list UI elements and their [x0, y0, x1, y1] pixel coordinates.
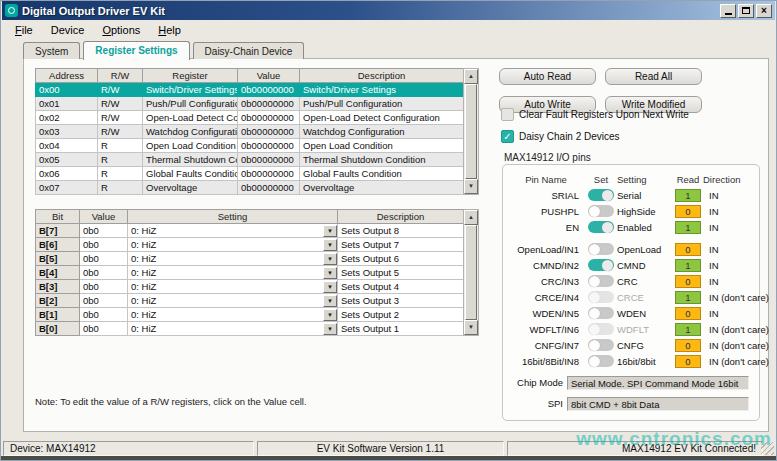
cell-value[interactable]: 0b0: [80, 294, 128, 308]
scroll-thumb[interactable]: [465, 225, 477, 320]
checkbox-clear-fault-registers-upon-next-write[interactable]: [501, 108, 514, 121]
cell-rw: R: [98, 181, 143, 195]
chevron-down-icon[interactable]: ▼: [323, 225, 337, 237]
cell-value[interactable]: 0b0: [80, 280, 128, 294]
cell-value[interactable]: 0b00000000: [238, 181, 300, 195]
toggle-knob-icon: [589, 340, 600, 351]
cell-value[interactable]: 0b0: [80, 322, 128, 336]
column-header-address[interactable]: Address: [36, 69, 98, 83]
cell-value[interactable]: 0b00000000: [238, 167, 300, 181]
cell-value[interactable]: 0b0: [80, 252, 128, 266]
register-row-0x06[interactable]: 0x06RGlobal Faults Condition0b00000000Gl…: [36, 167, 464, 181]
chevron-down-icon[interactable]: ▼: [323, 267, 337, 279]
minimize-button[interactable]: [720, 4, 736, 18]
column-header-bit[interactable]: Bit: [36, 210, 80, 224]
cell-value[interactable]: 0b00000000: [238, 153, 300, 167]
chevron-down-icon[interactable]: ▼: [323, 281, 337, 293]
register-table-scrollbar[interactable]: ▲ ▼: [463, 68, 479, 195]
setting-dropdown[interactable]: 0: HiZ▼: [128, 308, 337, 321]
cell-value[interactable]: 0b0: [80, 238, 128, 252]
scroll-down-button[interactable]: ▼: [464, 179, 478, 194]
cell-description: Sets Output 7: [338, 238, 464, 252]
scroll-up-button[interactable]: ▲: [464, 210, 478, 225]
setting-dropdown-value: 0: HiZ: [128, 267, 156, 278]
toggle-pushpl[interactable]: [588, 205, 614, 217]
cell-value[interactable]: 0b0: [80, 224, 128, 238]
spi-row: SPI 8bit CMD + 8bit Data: [507, 396, 755, 411]
cell-bit: B[4]: [36, 266, 80, 280]
menu-item-file[interactable]: File: [6, 22, 42, 38]
cell-value[interactable]: 0b0: [80, 308, 128, 322]
chevron-down-icon[interactable]: ▼: [323, 323, 337, 335]
pin-read-indicator: 0: [675, 275, 701, 288]
column-header-register[interactable]: Register: [143, 69, 238, 83]
setting-dropdown[interactable]: 0: HiZ▼: [128, 238, 337, 251]
tab-register-settings[interactable]: Register Settings: [83, 41, 189, 60]
setting-dropdown[interactable]: 0: HiZ▼: [128, 224, 337, 237]
column-header-description[interactable]: Description: [300, 69, 464, 83]
resize-grip[interactable]: [761, 442, 774, 455]
register-row-0x00[interactable]: 0x00R/WSwitch/Driver Settings0b00000000S…: [36, 83, 464, 97]
pin-setting-label: WDEN: [617, 308, 673, 319]
cell-value[interactable]: 0b00000000: [238, 97, 300, 111]
tab-daisy-chain-device[interactable]: Daisy-Chain Device: [193, 42, 305, 59]
register-row-0x04[interactable]: 0x04ROpen Load Condition0b00000000Open L…: [36, 139, 464, 153]
chevron-down-icon[interactable]: ▼: [323, 253, 337, 265]
cell-rw: R/W: [98, 111, 143, 125]
toggle-openload-in1[interactable]: [588, 243, 614, 255]
toggle-16bit-8bit-in8[interactable]: [588, 355, 614, 367]
bit-table-scrollbar[interactable]: ▲ ▼: [463, 209, 479, 336]
cell-value[interactable]: 0b0: [80, 266, 128, 280]
status-connection: MAX14912 EV Kit Connected!: [507, 441, 763, 456]
chevron-down-icon[interactable]: ▼: [323, 239, 337, 251]
cell-register: Open-Load Detect Confi...: [143, 111, 238, 125]
pin-name-label: CRC/IN3: [507, 276, 585, 287]
maximize-button[interactable]: [738, 4, 754, 18]
setting-dropdown[interactable]: 0: HiZ▼: [128, 280, 337, 293]
chevron-down-icon[interactable]: ▼: [323, 295, 337, 307]
toggle-en[interactable]: [588, 221, 614, 233]
setting-dropdown[interactable]: 0: HiZ▼: [128, 322, 337, 335]
cell-setting: 0: HiZ▼: [128, 266, 338, 280]
bottom-strip: [1, 456, 776, 460]
scroll-up-button[interactable]: ▲: [464, 69, 478, 84]
chevron-down-icon[interactable]: ▼: [323, 309, 337, 321]
cell-value[interactable]: 0b00000000: [238, 83, 300, 97]
toggle-srial[interactable]: [588, 189, 614, 201]
cell-value[interactable]: 0b00000000: [238, 111, 300, 125]
titlebar: Digital Output Driver EV Kit ×: [2, 1, 775, 20]
setting-dropdown[interactable]: 0: HiZ▼: [128, 252, 337, 265]
register-row-0x01[interactable]: 0x01R/WPush/Pull Configuration0b00000000…: [36, 97, 464, 111]
pin-name-label: EN: [507, 222, 585, 233]
toggle-knob-icon: [602, 222, 613, 233]
column-header-description[interactable]: Description: [338, 210, 464, 224]
pin-row-crc-in3: CRC/IN3CRC0IN: [507, 273, 755, 289]
menu-item-help[interactable]: Help: [149, 22, 190, 38]
toggle-crc-in3[interactable]: [588, 275, 614, 287]
column-header-value[interactable]: Value: [80, 210, 128, 224]
tab-system[interactable]: System: [23, 42, 80, 59]
column-header-setting[interactable]: Setting: [128, 210, 338, 224]
cell-value[interactable]: 0b00000000: [238, 139, 300, 153]
menu-item-options[interactable]: Options: [93, 22, 149, 38]
close-button[interactable]: ×: [756, 4, 772, 18]
setting-dropdown[interactable]: 0: HiZ▼: [128, 266, 337, 279]
cell-value[interactable]: 0b00000000: [238, 125, 300, 139]
toggle-cnfg-in7[interactable]: [588, 339, 614, 351]
column-header-r-w[interactable]: R/W: [98, 69, 143, 83]
setting-dropdown[interactable]: 0: HiZ▼: [128, 294, 337, 307]
register-row-0x02[interactable]: 0x02R/WOpen-Load Detect Confi...0b000000…: [36, 111, 464, 125]
auto-read-button[interactable]: Auto Read: [499, 68, 596, 85]
register-row-0x05[interactable]: 0x05RThermal Shutdown Con...0b00000000Th…: [36, 153, 464, 167]
scroll-down-button[interactable]: ▼: [464, 320, 478, 335]
checkbox-row-daisy-chain-2-devices: ✓Daisy Chain 2 Devices: [501, 130, 689, 143]
register-row-0x03[interactable]: 0x03R/WWatchdog Configuration0b00000000W…: [36, 125, 464, 139]
column-header-value[interactable]: Value: [238, 69, 300, 83]
read-all-button[interactable]: Read All: [605, 68, 702, 85]
checkbox-daisy-chain-2-devices[interactable]: ✓: [501, 130, 514, 143]
register-row-0x07[interactable]: 0x07ROvervoltage0b00000000Overvoltage: [36, 181, 464, 195]
toggle-cmnd-in2[interactable]: [588, 259, 614, 271]
toggle-wden-in5[interactable]: [588, 307, 614, 319]
scroll-thumb[interactable]: [465, 84, 477, 179]
menu-item-device[interactable]: Device: [42, 22, 94, 38]
